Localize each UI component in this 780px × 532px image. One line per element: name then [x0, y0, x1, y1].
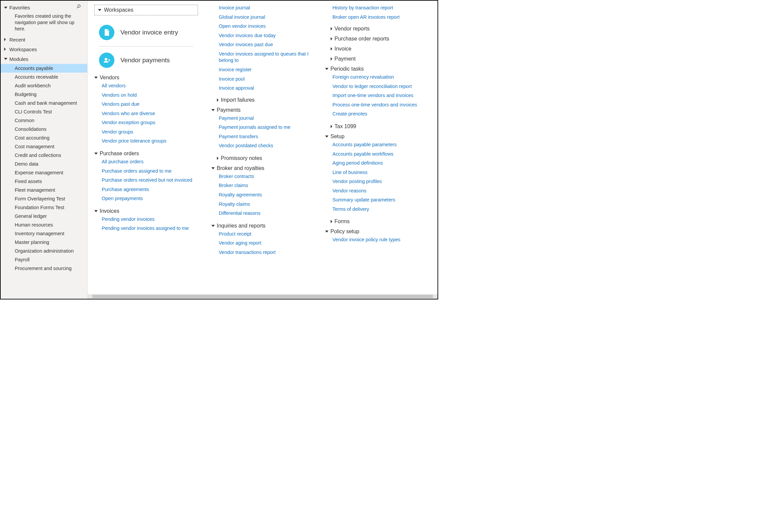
group-header[interactable]: Forms — [325, 216, 429, 226]
link-item[interactable]: Product receipt — [219, 231, 312, 238]
workspace-tile-vendor-payments[interactable]: Vendor payments — [94, 49, 198, 72]
nav-module-item[interactable]: General ledger — [1, 212, 87, 221]
link-item[interactable]: Broker contracts — [219, 173, 312, 180]
group-header[interactable]: Vendor reports — [325, 23, 429, 33]
nav-module-item[interactable]: Payroll — [1, 255, 87, 264]
group-header[interactable]: Setup — [325, 131, 429, 141]
nav-module-item[interactable]: Accounts payable — [1, 64, 87, 72]
link-item[interactable]: Invoice register — [211, 66, 312, 73]
link-item[interactable]: Invoice approval — [211, 85, 312, 92]
link-item[interactable]: Vendor exception groups — [102, 119, 198, 126]
nav-module-item[interactable]: Procurement and sourcing — [1, 264, 87, 273]
link-item[interactable]: Line of business — [333, 169, 429, 176]
group-header[interactable]: Invoice — [325, 43, 429, 53]
link-item[interactable]: Payment transfers — [219, 134, 312, 140]
link-item[interactable]: Vendors past due — [102, 101, 198, 108]
nav-module-item[interactable]: Form Overlayering Test — [1, 194, 87, 203]
nav-section-modules[interactable]: Modules — [1, 54, 87, 64]
link-item[interactable]: Purchase orders received but not invoice… — [102, 177, 198, 184]
link-item[interactable]: Royalty claims — [219, 201, 312, 208]
workspaces-header[interactable]: Workspaces — [94, 5, 198, 15]
link-item[interactable]: Invoice pool — [211, 76, 312, 83]
group-header[interactable]: Purchase orders — [94, 148, 198, 158]
nav-module-item[interactable]: Budgeting — [1, 90, 87, 99]
group-header[interactable]: Periodic tasks — [325, 63, 429, 73]
workspace-tile-vendor-invoice-entry[interactable]: Vendor invoice entry — [94, 21, 198, 44]
link-item[interactable]: Accounts payable workflows — [333, 151, 429, 158]
nav-module-item[interactable]: Audit workbench — [1, 81, 87, 90]
link-item[interactable]: Broker open AR invoices report — [325, 14, 429, 21]
link-item[interactable]: Vendors who are diverse — [102, 110, 198, 117]
nav-module-item[interactable]: Master planning — [1, 238, 87, 247]
nav-module-item[interactable]: Organization administration — [1, 247, 87, 255]
link-item[interactable]: Accounts payable parameters — [333, 142, 429, 148]
nav-module-item[interactable]: Credit and collections — [1, 151, 87, 160]
link-item[interactable]: Invoice journal — [211, 5, 312, 11]
link-item[interactable]: Vendor groups — [102, 129, 198, 136]
link-item[interactable]: Vendor invoices due today — [211, 33, 312, 39]
link-item[interactable]: Royalty agreements — [219, 192, 312, 198]
link-item[interactable]: All vendors — [102, 83, 198, 89]
link-item[interactable]: Process one-time vendors and invoices — [333, 102, 429, 108]
sidebar-scroll[interactable]: Favorites Favorites created using the na… — [1, 1, 87, 299]
link-item[interactable]: Vendor invoice policy rule types — [333, 237, 429, 243]
main-scroll[interactable]: Workspaces Vendor invoice entry Vendor p… — [88, 1, 438, 294]
link-item[interactable]: Pending vendor invoices assigned to me — [102, 225, 198, 232]
group-header[interactable]: Invoices — [94, 205, 198, 215]
group-header[interactable]: Purchase order reports — [325, 33, 429, 43]
group-header[interactable]: Inquiries and reports — [211, 220, 312, 230]
group-header[interactable]: Promissory notes — [211, 153, 312, 162]
link-item[interactable]: Vendor price tolerance groups — [102, 138, 198, 145]
nav-module-item[interactable]: Expense management — [1, 168, 87, 177]
link-item[interactable]: Vendor transactions report — [219, 249, 312, 256]
link-item[interactable]: Global invoice journal — [211, 14, 312, 21]
link-item[interactable]: Vendors on hold — [102, 92, 198, 99]
nav-section-recent[interactable]: Recent — [1, 35, 87, 45]
link-item[interactable]: Vendor aging report — [219, 240, 312, 247]
link-item[interactable]: Open vendor invoices — [211, 23, 312, 30]
nav-module-item[interactable]: Fleet management — [1, 186, 87, 194]
group-header[interactable]: Vendors — [94, 72, 198, 82]
link-item[interactable]: Vendor reasons — [333, 188, 429, 194]
link-item[interactable]: Purchase orders assigned to me — [102, 168, 198, 175]
link-item[interactable]: Aging period definitions — [333, 160, 429, 166]
nav-module-item[interactable]: Cash and bank management — [1, 99, 87, 107]
nav-module-item[interactable]: CLI Controls Test — [1, 107, 87, 116]
link-item[interactable]: Summary update parameters — [333, 197, 429, 203]
group-header[interactable]: Broker and royalties — [211, 162, 312, 173]
nav-module-item[interactable]: Cost accounting — [1, 134, 87, 142]
link-item[interactable]: Vendor invoices past due — [211, 42, 312, 48]
nav-section-favorites[interactable]: Favorites — [1, 3, 87, 12]
link-item[interactable]: Payment journal — [219, 115, 312, 122]
link-item[interactable]: Broker claims — [219, 182, 312, 189]
nav-module-item[interactable]: Accounts receivable — [1, 72, 87, 81]
group-header[interactable]: Payments — [211, 104, 312, 114]
link-item[interactable]: Foreign currency revaluation — [333, 74, 429, 81]
nav-module-item[interactable]: Fixed assets — [1, 177, 87, 186]
link-item[interactable]: Purchase agreements — [102, 186, 198, 193]
group-header[interactable]: Policy setup — [325, 226, 429, 236]
link-item[interactable]: Pending vendor invoices — [102, 216, 198, 223]
link-item[interactable]: All purchase orders — [102, 159, 198, 165]
nav-module-item[interactable]: Cost management — [1, 142, 87, 151]
link-item[interactable]: Vendor to ledger reconciliation report — [333, 83, 429, 90]
nav-module-item[interactable]: Demo data — [1, 160, 87, 168]
group-header[interactable]: Payment — [325, 53, 429, 63]
link-item[interactable]: Create prenotes — [333, 111, 429, 117]
link-item[interactable]: History by transaction report — [325, 5, 429, 11]
link-item[interactable]: Vendor invoices assigned to queues that … — [211, 51, 312, 64]
link-item[interactable]: Vendor posting profiles — [333, 178, 429, 185]
horizontal-scrollbar[interactable] — [88, 294, 438, 299]
link-item[interactable]: Terms of delivery — [333, 206, 429, 213]
nav-module-item[interactable]: Consolidations — [1, 125, 87, 134]
nav-module-item[interactable]: Human resources — [1, 221, 87, 229]
nav-module-item[interactable]: Inventory management — [1, 229, 87, 238]
link-item[interactable]: Open prepayments — [102, 195, 198, 202]
link-item[interactable]: Vendor postdated checks — [219, 143, 312, 149]
link-item[interactable]: Differential reasons — [219, 210, 312, 217]
group-header[interactable]: Import failures — [211, 94, 312, 104]
nav-section-workspaces[interactable]: Workspaces — [1, 45, 87, 54]
link-item[interactable]: Import one-time vendors and invoices — [333, 92, 429, 99]
group-header[interactable]: Tax 1099 — [325, 121, 429, 131]
nav-module-item[interactable]: Common — [1, 116, 87, 125]
